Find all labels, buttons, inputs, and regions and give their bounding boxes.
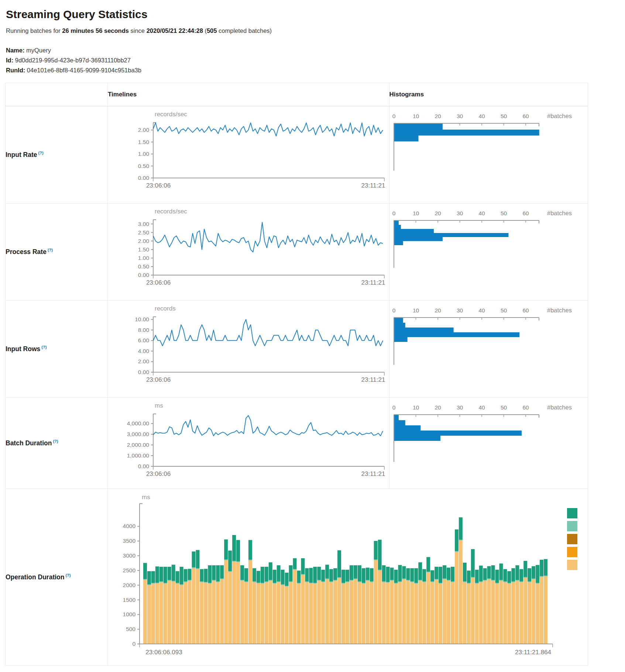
svg-text:0: 0 — [392, 404, 395, 411]
running-duration: 26 minutes 56 seconds — [62, 27, 129, 34]
query-meta: Name: myQuery Id: 9d0dd219-995d-423e-b97… — [6, 45, 625, 75]
svg-text:40: 40 — [478, 404, 485, 411]
svg-text:40: 40 — [478, 307, 485, 313]
svg-text:60: 60 — [522, 113, 529, 119]
svg-text:23:11:21.864: 23:11:21.864 — [515, 649, 551, 656]
svg-text:20: 20 — [435, 404, 441, 411]
svg-text:6.00: 6.00 — [138, 337, 150, 343]
svg-text:50: 50 — [500, 404, 507, 411]
svg-text:50: 50 — [500, 113, 507, 119]
help-icon[interactable]: (?) — [48, 248, 53, 252]
svg-text:0.00: 0.00 — [138, 369, 150, 375]
svg-text:2.00: 2.00 — [138, 127, 150, 133]
svg-text:2000: 2000 — [123, 582, 136, 588]
svg-text:2.50: 2.50 — [138, 229, 150, 236]
svg-text:3,000.00: 3,000.00 — [127, 431, 150, 437]
svg-text:1.50: 1.50 — [138, 246, 150, 253]
svg-text:23:11:21: 23:11:21 — [361, 279, 385, 286]
help-icon[interactable]: (?) — [41, 345, 47, 349]
svg-text:20: 20 — [435, 210, 441, 216]
row-label-input-rate: Input Rate(?) — [6, 106, 108, 203]
row-label-process-rate: Process Rate(?) — [6, 203, 108, 301]
svg-text:1000: 1000 — [123, 611, 136, 617]
table-header-row: Timelines Histograms — [6, 83, 588, 106]
table-row: Process Rate(?) records/sec0.000.501.001… — [6, 203, 588, 301]
legend-swatch — [567, 508, 577, 518]
svg-text:ms: ms — [142, 494, 150, 501]
svg-text:10: 10 — [412, 210, 419, 216]
svg-text:60: 60 — [522, 404, 529, 411]
svg-text:30: 30 — [456, 404, 463, 411]
query-name-row: Name: myQuery — [6, 45, 625, 55]
svg-text:3000: 3000 — [123, 552, 136, 559]
svg-text:1,000.00: 1,000.00 — [127, 452, 150, 459]
input-rate-histogram-chart: 0102030405060#batches — [389, 106, 588, 203]
svg-text:40: 40 — [478, 113, 485, 119]
svg-text:0.00: 0.00 — [138, 272, 150, 278]
svg-text:30: 30 — [456, 307, 463, 313]
help-icon[interactable]: (?) — [53, 439, 58, 443]
legend-swatch — [567, 547, 577, 557]
table-row: Operation Duration(?) ms0500100015002000… — [6, 489, 588, 666]
svg-text:30: 30 — [456, 210, 463, 216]
svg-text:1.00: 1.00 — [138, 255, 150, 261]
svg-text:ms: ms — [155, 402, 163, 409]
batch-duration-histogram-chart: 0102030405060#batches — [389, 398, 588, 488]
svg-text:records/sec: records/sec — [155, 111, 187, 118]
svg-text:60: 60 — [522, 307, 529, 313]
batch-duration-timeline-chart: ms0.001,000.002,000.003,000.004,000.0023… — [108, 398, 389, 488]
query-id-row: Id: 9d0dd219-995d-423e-b97d-36931110bb27 — [6, 55, 625, 65]
svg-text:20: 20 — [435, 307, 441, 313]
table-row: Input Rate(?) records/sec0.000.501.001.5… — [6, 106, 588, 203]
svg-text:#batches: #batches — [547, 307, 572, 313]
svg-text:0.00: 0.00 — [138, 175, 150, 181]
summary-text: Running batches for — [6, 27, 62, 34]
svg-text:0.00: 0.00 — [138, 463, 150, 469]
svg-text:records: records — [155, 305, 176, 312]
input-rows-histogram-chart: 0102030405060#batches — [389, 301, 588, 397]
svg-text:50: 50 — [500, 210, 507, 216]
svg-text:2,000.00: 2,000.00 — [127, 442, 150, 448]
legend-swatch — [567, 560, 577, 570]
streaming-query-statistics-page: Streaming Query Statistics Running batch… — [0, 0, 625, 672]
svg-text:30: 30 — [456, 113, 463, 119]
svg-text:4000: 4000 — [123, 523, 136, 529]
svg-text:3.00: 3.00 — [138, 221, 150, 227]
svg-text:0: 0 — [132, 641, 135, 647]
svg-text:0.50: 0.50 — [138, 163, 150, 169]
help-icon[interactable]: (?) — [65, 573, 71, 577]
row-label-operation-duration: Operation Duration(?) — [6, 489, 108, 666]
svg-text:2.00: 2.00 — [138, 358, 150, 364]
process-rate-histogram-chart: 0102030405060#batches — [389, 203, 588, 300]
svg-text:0: 0 — [392, 210, 395, 216]
svg-text:1.00: 1.00 — [138, 151, 150, 157]
svg-text:10: 10 — [412, 307, 419, 313]
svg-text:4,000.00: 4,000.00 — [127, 420, 150, 426]
svg-text:23:06:06: 23:06:06 — [146, 279, 171, 286]
svg-text:23:06:06: 23:06:06 — [146, 470, 171, 477]
svg-text:23:06:06: 23:06:06 — [146, 182, 171, 189]
query-name-label: Name: — [6, 47, 24, 54]
svg-text:10.00: 10.00 — [135, 316, 149, 322]
svg-text:0.50: 0.50 — [138, 263, 150, 270]
svg-text:3500: 3500 — [123, 538, 136, 544]
help-icon[interactable]: (?) — [38, 151, 44, 155]
process-rate-timeline-chart: records/sec0.000.501.001.502.002.503.002… — [108, 203, 389, 300]
svg-text:2.00: 2.00 — [138, 238, 150, 244]
header-timelines: Timelines — [108, 83, 389, 106]
svg-text:40: 40 — [478, 210, 485, 216]
completed-batches-count: 505 — [207, 27, 217, 34]
query-runid-row: RunId: 04e101e6-8bf8-4165-9099-9104c951b… — [6, 65, 625, 75]
header-empty-cell — [6, 83, 108, 106]
svg-text:20: 20 — [435, 113, 441, 119]
svg-text:50: 50 — [500, 307, 507, 313]
svg-text:60: 60 — [522, 210, 529, 216]
operation-duration-legend — [567, 508, 577, 570]
svg-text:#batches: #batches — [547, 113, 572, 119]
start-timestamp: 2020/05/21 22:44:28 — [147, 27, 203, 34]
svg-text:23:11:21: 23:11:21 — [361, 376, 385, 383]
svg-text:1.50: 1.50 — [138, 139, 150, 145]
svg-text:10: 10 — [412, 113, 419, 119]
svg-text:1500: 1500 — [123, 597, 136, 603]
svg-text:0: 0 — [392, 307, 395, 313]
